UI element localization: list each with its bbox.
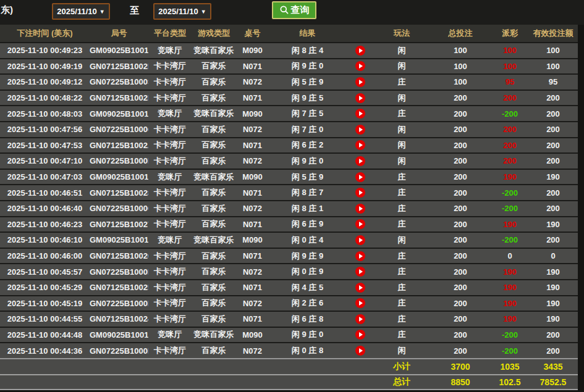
cell-bet-time: 2025-11-10 00:48:03 <box>0 109 90 119</box>
header-round-id: 局号 <box>90 28 148 39</box>
table-body: 2025-11-10 00:49:23 GM09025B1001C 竞咪厅 竞咪… <box>0 42 578 358</box>
cell-play-type: 庄 <box>374 187 430 198</box>
replay-button[interactable] <box>355 109 365 119</box>
cell-play-type: 庄 <box>374 282 430 293</box>
replay-button[interactable] <box>355 93 365 103</box>
replay-button[interactable] <box>355 156 365 166</box>
replay-button[interactable] <box>355 330 365 340</box>
cell-game-type: 竞咪百家乐 <box>192 108 236 119</box>
replay-button[interactable] <box>355 77 365 87</box>
play-icon <box>359 269 363 274</box>
table-row: 2025-11-10 00:49:23 GM09025B1001C 竞咪厅 竞咪… <box>0 42 578 58</box>
replay-button[interactable] <box>355 188 365 198</box>
table-row: 2025-11-10 00:45:57 GN07225B1000N 卡卡湾厅 百… <box>0 263 578 279</box>
play-icon <box>359 332 363 337</box>
table-row: 2025-11-10 00:45:29 GN07125B10025 卡卡湾厅 百… <box>0 279 578 295</box>
replay-button[interactable] <box>355 298 365 308</box>
replay-button[interactable] <box>355 283 365 293</box>
replay-button[interactable] <box>355 46 365 56</box>
cell-play-type: 庄 <box>374 298 430 309</box>
topbar: 东) 2025/11/10 ▼ 至 2025/11/10 ▼ 查询 <box>0 0 584 25</box>
cell-payout: 200 <box>491 141 528 150</box>
replay-button[interactable] <box>355 251 365 261</box>
cell-round-id: GN07125B1002D <box>90 62 148 71</box>
cell-platform-type: 竞咪厅 <box>148 45 192 56</box>
cell-valid-bet: 200 <box>528 188 578 198</box>
table-row: 2025-11-10 00:46:00 GN07125B10026 卡卡湾厅 百… <box>0 248 578 264</box>
cell-valid-bet: 190 <box>528 314 578 323</box>
header-play-type: 玩法 <box>374 28 430 39</box>
cell-round-id: GN07125B10026 <box>90 251 148 261</box>
cell-round-id: GM09025B1001B <box>90 109 148 119</box>
cell-table-no: N071 <box>236 62 269 71</box>
cell-total-bet: 200 <box>430 267 491 277</box>
play-icon <box>359 96 363 101</box>
cell-total-bet: 200 <box>430 204 491 213</box>
cell-result: 闲 6 庄 2 <box>269 140 346 151</box>
table-row: 2025-11-10 00:47:53 GN07125B1002A 卡卡湾厅 百… <box>0 137 578 153</box>
cell-game-type: 百家乐 <box>192 124 236 135</box>
play-icon <box>359 254 363 259</box>
replay-button[interactable] <box>355 267 365 277</box>
replay-button[interactable] <box>355 346 365 356</box>
cell-replay <box>346 330 374 340</box>
cell-payout: 190 <box>491 314 528 323</box>
cell-bet-time: 2025-11-10 00:49:12 <box>0 77 90 86</box>
cell-replay <box>346 219 374 229</box>
betting-records-page: 东) 2025/11/10 ▼ 至 2025/11/10 ▼ 查询 下注时间 (… <box>0 0 584 392</box>
subtotal-row: 小计 3700 1035 3435 <box>0 358 578 374</box>
play-icon <box>359 317 363 322</box>
replay-button[interactable] <box>355 314 365 324</box>
cell-bet-time: 2025-11-10 00:47:03 <box>0 172 90 181</box>
cell-game-type: 百家乐 <box>192 140 236 151</box>
replay-button[interactable] <box>355 140 365 150</box>
cell-round-id: GM09025B10019 <box>90 235 148 244</box>
query-button[interactable]: 查询 <box>272 1 316 19</box>
cell-total-bet: 200 <box>430 125 491 134</box>
replay-button[interactable] <box>355 125 365 135</box>
cell-payout: -200 <box>491 109 528 119</box>
header-result: 结果 <box>269 28 346 39</box>
replay-button[interactable] <box>355 61 365 71</box>
cell-valid-bet: 200 <box>528 156 578 165</box>
cell-play-type: 庄 <box>374 329 430 340</box>
cell-total-bet: 200 <box>430 235 491 244</box>
cell-result: 闲 0 庄 9 <box>269 266 346 277</box>
date-to-value: 2025/11/10 <box>158 7 198 16</box>
cell-round-id: GN07225B1000Q <box>90 125 148 134</box>
cell-table-no: N072 <box>236 299 269 308</box>
cell-round-id: GN07225B1000S <box>90 77 148 86</box>
replay-button[interactable] <box>355 172 365 182</box>
cell-bet-time: 2025-11-10 00:44:55 <box>0 314 90 323</box>
date-from-value: 2025/11/10 <box>57 7 96 16</box>
cell-play-type: 闲 <box>374 93 430 104</box>
cell-table-no: N071 <box>236 283 269 292</box>
header-game-type: 游戏类型 <box>192 28 236 39</box>
cell-payout: -200 <box>491 235 528 244</box>
cell-payout: -200 <box>491 188 528 198</box>
replay-button[interactable] <box>355 235 365 245</box>
cell-bet-time: 2025-11-10 00:47:56 <box>0 125 90 134</box>
cropped-label: 东) <box>1 4 13 16</box>
cell-bet-time: 2025-11-10 00:45:29 <box>0 283 90 292</box>
chevron-down-icon: ▼ <box>201 9 206 15</box>
cell-round-id: GN07125B10025 <box>90 283 148 292</box>
replay-button[interactable] <box>355 219 365 229</box>
cell-platform-type: 竞咪厅 <box>148 108 192 119</box>
replay-button[interactable] <box>355 204 365 214</box>
cell-round-id: GN07125B1002B <box>90 93 148 102</box>
table-row: 2025-11-10 00:46:23 GN07125B10027 卡卡湾厅 百… <box>0 216 578 232</box>
play-icon <box>359 80 363 85</box>
cell-replay <box>346 61 374 71</box>
cell-replay <box>346 109 374 119</box>
cell-table-no: M090 <box>236 330 269 340</box>
cell-replay <box>346 188 374 198</box>
date-to-select[interactable]: 2025/11/10 ▼ <box>153 3 211 20</box>
cell-bet-time: 2025-11-10 00:45:19 <box>0 299 90 308</box>
date-from-select[interactable]: 2025/11/10 ▼ <box>52 3 110 20</box>
cell-platform-type: 竞咪厅 <box>148 172 192 183</box>
cell-payout: -200 <box>491 204 528 213</box>
play-icon <box>359 175 363 180</box>
date-range-to-label: 至 <box>130 5 139 17</box>
cell-table-no: N071 <box>236 314 269 323</box>
